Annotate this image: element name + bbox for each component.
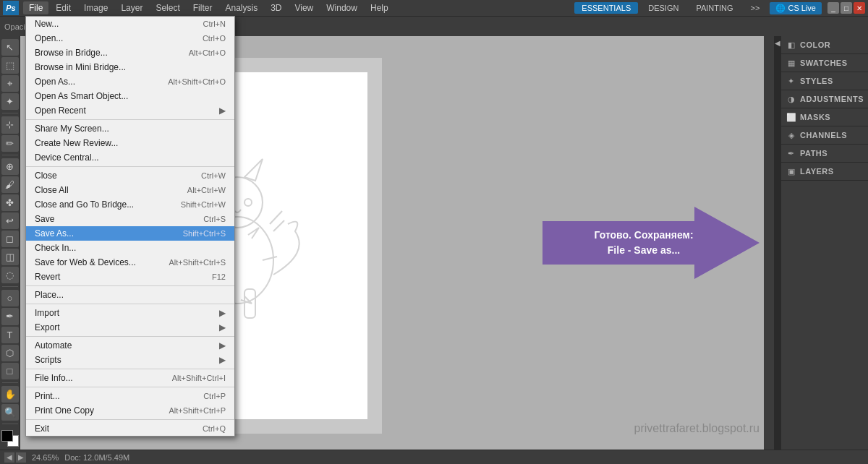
menu-analysis[interactable]: Analysis xyxy=(219,1,263,14)
tool-history[interactable]: ↩ xyxy=(1,212,19,229)
window-close[interactable]: ✕ xyxy=(854,2,865,14)
window-minimize[interactable]: _ xyxy=(827,2,839,14)
menu-item-close-bridge[interactable]: Close and Go To Bridge... Shift+Ctrl+W xyxy=(26,197,234,212)
scripts-submenu-icon: ▶ xyxy=(219,355,226,365)
tool-eyedropper[interactable]: ✏ xyxy=(1,135,19,152)
menu-select[interactable]: Select xyxy=(150,1,185,14)
menu-item-revert[interactable]: Revert F12 xyxy=(26,270,234,284)
right-panel-inner: ◀ ◧ COLOR ▦ SWATCHES ✦ xyxy=(775,36,868,450)
status-nav-next[interactable]: ▶ xyxy=(16,452,26,463)
menu-item-save-web[interactable]: Save for Web & Devices... Alt+Shift+Ctrl… xyxy=(26,255,234,270)
menu-item-new[interactable]: New... Ctrl+N xyxy=(26,17,234,31)
menu-item-check-in-label: Check In... xyxy=(35,243,76,253)
paths-panel-icon: ✒ xyxy=(786,147,797,159)
menu-item-browse-bridge[interactable]: Browse in Bridge... Alt+Ctrl+O xyxy=(26,46,234,60)
menu-layer[interactable]: Layer xyxy=(115,1,148,14)
tool-zoom[interactable]: 🔍 xyxy=(1,404,19,421)
tool-path[interactable]: ⬡ xyxy=(1,345,19,361)
menu-item-open-as[interactable]: Open As... Alt+Shift+Ctrl+O xyxy=(26,74,234,89)
panel-header-channels[interactable]: ◈ CHANNELS xyxy=(781,126,868,144)
foreground-color-swatch[interactable] xyxy=(1,430,13,442)
panel-header-masks[interactable]: ⬜ MASKS xyxy=(781,108,868,126)
menu-window[interactable]: Window xyxy=(320,1,363,14)
menu-item-open-recent[interactable]: Open Recent ▶ xyxy=(26,103,234,118)
workspace-painting[interactable]: PAINTING xyxy=(689,2,740,14)
menu-file[interactable]: File xyxy=(23,1,48,14)
menu-divider-1 xyxy=(26,119,234,120)
menu-item-browse-bridge-shortcut: Alt+Ctrl+O xyxy=(189,48,226,57)
menu-item-automate[interactable]: Automate ▶ xyxy=(26,338,234,353)
menu-3d[interactable]: 3D xyxy=(265,1,287,14)
workspace-design[interactable]: DESIGN xyxy=(641,2,686,14)
menu-item-browse-mini[interactable]: Browse in Mini Bridge... xyxy=(26,60,234,74)
tool-divider-4 xyxy=(2,382,18,383)
panel-collapse-button[interactable]: ◀ xyxy=(775,36,781,450)
menu-item-import[interactable]: Import ▶ xyxy=(26,306,234,320)
cs-live-label: CS Live xyxy=(788,4,816,12)
menu-item-automate-label: Automate xyxy=(35,340,72,351)
menu-help[interactable]: Help xyxy=(365,1,394,14)
color-panel-label: COLOR xyxy=(800,40,830,49)
menu-item-save-as[interactable]: Save As... Shift+Ctrl+S xyxy=(26,226,234,241)
tool-dodge[interactable]: ○ xyxy=(1,290,19,306)
menu-item-create-review[interactable]: Create New Review... xyxy=(26,136,234,150)
menu-item-device-central[interactable]: Device Central... xyxy=(26,150,234,165)
tool-eraser[interactable]: ◻ xyxy=(1,231,19,247)
tool-pen[interactable]: ✒ xyxy=(1,308,19,325)
menu-item-close[interactable]: Close Ctrl+W xyxy=(26,168,234,183)
menu-edit[interactable]: Edit xyxy=(50,1,77,14)
panel-header-layers[interactable]: ▣ LAYERS xyxy=(781,163,868,180)
menu-filter[interactable]: Filter xyxy=(187,1,218,14)
workspace-more[interactable]: >> xyxy=(744,2,767,14)
tool-select[interactable]: ⬚ xyxy=(1,57,19,74)
swatches-panel-label: SWATCHES xyxy=(800,59,848,67)
tool-divider-2 xyxy=(2,155,18,155)
window-maximize[interactable]: □ xyxy=(841,2,852,14)
zoom-level: 24.65% xyxy=(32,453,59,462)
menu-item-print-one-label: Print One Copy xyxy=(35,405,94,416)
menu-item-open[interactable]: Open... Ctrl+O xyxy=(26,31,234,46)
tool-move[interactable]: ↖ xyxy=(1,39,19,56)
tool-brush[interactable]: 🖌 xyxy=(1,176,19,193)
menu-item-check-in[interactable]: Check In... xyxy=(26,241,234,255)
menu-item-scripts[interactable]: Scripts ▶ xyxy=(26,353,234,367)
export-submenu-icon: ▶ xyxy=(219,322,226,332)
tool-shape[interactable]: □ xyxy=(1,363,19,379)
channels-panel-label: CHANNELS xyxy=(800,131,847,139)
menu-item-export[interactable]: Export ▶ xyxy=(26,320,234,335)
menu-view[interactable]: View xyxy=(289,1,319,14)
tool-hand[interactable]: ✋ xyxy=(1,386,19,403)
tool-lasso[interactable]: ⌖ xyxy=(1,75,19,92)
svg-point-7 xyxy=(244,199,252,206)
menu-item-print-one[interactable]: Print One Copy Alt+Shift+Ctrl+P xyxy=(26,403,234,418)
workspace-essentials[interactable]: ESSENTIALS xyxy=(574,2,638,14)
tool-gradient[interactable]: ◫ xyxy=(1,249,19,265)
menu-item-file-info[interactable]: File Info... Alt+Shift+Ctrl+I xyxy=(26,371,234,385)
panel-header-swatches[interactable]: ▦ SWATCHES xyxy=(781,54,868,72)
tool-heal[interactable]: ⊕ xyxy=(1,158,19,175)
panel-header-color[interactable]: ◧ COLOR xyxy=(781,36,868,53)
tool-stamp[interactable]: ✤ xyxy=(1,194,19,211)
menu-item-close-all[interactable]: Close All Alt+Ctrl+W xyxy=(26,183,234,197)
panel-header-paths[interactable]: ✒ PATHS xyxy=(781,145,868,162)
panel-header-adjustments[interactable]: ◑ ADJUSTMENTS xyxy=(781,90,868,108)
cs-live-button[interactable]: 🌐 CS Live xyxy=(770,2,822,14)
menu-item-open-smart[interactable]: Open As Smart Object... xyxy=(26,89,234,103)
status-nav-prev[interactable]: ◀ xyxy=(4,452,14,463)
tool-magic-wand[interactable]: ✦ xyxy=(1,93,19,110)
tool-color-swatches[interactable] xyxy=(1,430,19,447)
menu-item-save-web-label: Save for Web & Devices... xyxy=(35,257,136,267)
menu-item-save[interactable]: Save Ctrl+S xyxy=(26,212,234,226)
tool-blur[interactable]: ◌ xyxy=(1,267,19,283)
menu-item-place[interactable]: Place... xyxy=(26,288,234,302)
tool-type[interactable]: T xyxy=(1,327,19,343)
panel-section-layers: ▣ LAYERS xyxy=(781,163,868,181)
menu-image[interactable]: Image xyxy=(78,1,114,14)
panel-header-styles[interactable]: ✦ STYLES xyxy=(781,72,868,90)
menu-item-share-screen[interactable]: Share My Screen... xyxy=(26,121,234,136)
menu-item-print[interactable]: Print... Ctrl+P xyxy=(26,389,234,403)
menu-item-save-web-shortcut: Alt+Shift+Ctrl+S xyxy=(169,258,226,267)
menu-item-exit[interactable]: Exit Ctrl+Q xyxy=(26,421,234,436)
canvas-scrollbar[interactable] xyxy=(764,36,774,450)
tool-crop[interactable]: ⊹ xyxy=(1,116,19,133)
